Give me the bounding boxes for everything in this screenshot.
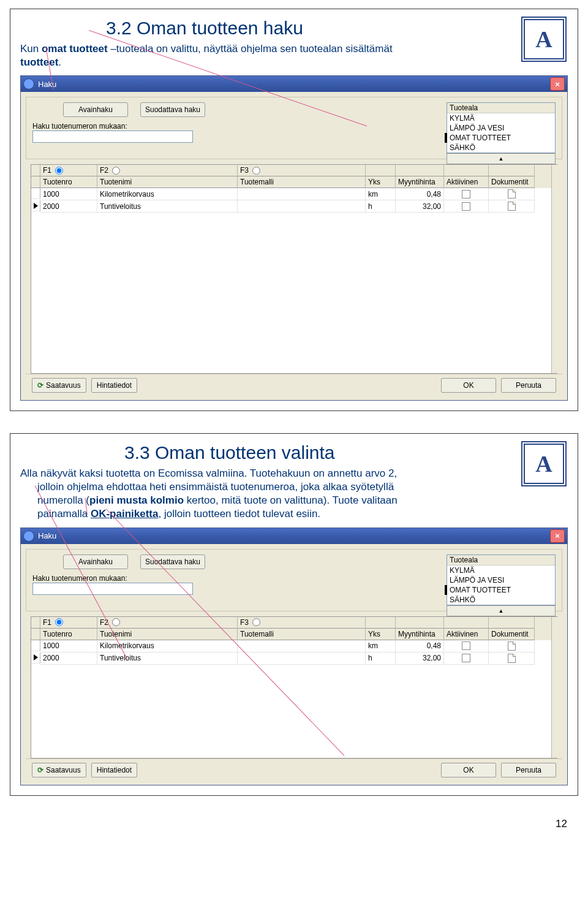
titlebar: Haku × bbox=[21, 76, 567, 92]
listbox-header: Tuoteala bbox=[447, 555, 555, 565]
app-icon bbox=[23, 531, 34, 542]
grid-header: Tuotenro Tuotenimi Tuotemalli Yks Myynti… bbox=[31, 629, 557, 640]
list-item[interactable]: LÄMPÖ JA VESI bbox=[447, 575, 555, 585]
col-tuotenimi[interactable]: Tuotenimi bbox=[97, 176, 238, 188]
document-icon[interactable] bbox=[508, 202, 516, 211]
grid-scrollbar[interactable] bbox=[551, 617, 562, 758]
col-tuotenro[interactable]: Tuotenro bbox=[40, 176, 97, 188]
f3-radio[interactable] bbox=[252, 167, 260, 175]
list-item[interactable]: SÄHKÖ bbox=[447, 143, 555, 153]
list-item[interactable]: KYLMÄ bbox=[447, 565, 555, 575]
table-row[interactable]: 2000 Tuntiveloitus h 32,00 bbox=[31, 200, 557, 213]
tuoteala-listbox[interactable]: Tuoteala KYLMÄ LÄMPÖ JA VESI OMAT TUOTTE… bbox=[447, 102, 556, 153]
col-tuotenimi[interactable]: Tuotenimi bbox=[97, 629, 238, 640]
logo-a: A bbox=[521, 441, 567, 486]
list-item[interactable]: KYLMÄ bbox=[447, 113, 555, 123]
col-yks[interactable]: Yks bbox=[366, 629, 396, 640]
table-row[interactable]: 1000 Kilometrikorvaus km 0,48 bbox=[31, 188, 557, 200]
suodattava-button[interactable]: Suodattava haku bbox=[140, 102, 205, 117]
table-row[interactable]: 1000 Kilometrikorvaus km 0,48 bbox=[31, 640, 557, 652]
slide1-intro: Kun omat tuotteet –tuoteala on valittu, … bbox=[20, 42, 424, 69]
slide1-title: 3.2 Oman tuotteen haku bbox=[106, 18, 568, 39]
checkbox[interactable] bbox=[462, 654, 470, 662]
search-input[interactable] bbox=[32, 130, 193, 143]
app-icon bbox=[23, 78, 34, 89]
col-yks[interactable]: Yks bbox=[366, 176, 396, 188]
slide-3-2: A 3.2 Oman tuotteen haku Kun omat tuotte… bbox=[10, 9, 578, 411]
window-title: Haku bbox=[38, 531, 56, 540]
scroll-up-icon[interactable]: ▲ bbox=[447, 153, 556, 164]
scroll-up-icon[interactable]: ▲ bbox=[447, 605, 556, 616]
list-item-selected[interactable]: OMAT TUOTTEET bbox=[445, 133, 555, 143]
product-grid: F1 F2 F3 Tuotenro Tuotenimi Tuotemalli Y… bbox=[31, 164, 557, 374]
checkbox[interactable] bbox=[462, 202, 470, 211]
bottom-bar: ⟳Saatavuus Hintatiedot OK Peruuta bbox=[26, 374, 562, 396]
suodattava-button[interactable]: Suodattava haku bbox=[140, 554, 205, 569]
search-panel: Avainhaku Suodattava haku Haku tuotenume… bbox=[26, 549, 562, 611]
checkbox[interactable] bbox=[462, 190, 470, 199]
ok-button[interactable]: OK bbox=[441, 763, 496, 777]
list-item[interactable]: LÄMPÖ JA VESI bbox=[447, 123, 555, 133]
slide-3-3: A 3.3 Oman tuotteen valinta Alla näkyvät… bbox=[10, 433, 578, 795]
list-item-selected[interactable]: OMAT TUOTTEET bbox=[445, 585, 555, 595]
search-input[interactable] bbox=[32, 583, 193, 595]
col-myyntihinta[interactable]: Myyntihinta bbox=[396, 629, 444, 640]
logo-a: A bbox=[521, 17, 567, 62]
hintatiedot-button[interactable]: Hintatiedot bbox=[91, 763, 137, 777]
titlebar: Haku × bbox=[21, 528, 567, 544]
product-grid: F1 F2 F3 Tuotenro Tuotenimi Tuotemalli Y… bbox=[31, 616, 557, 758]
f3-radio[interactable] bbox=[252, 618, 260, 626]
ok-button[interactable]: OK bbox=[441, 378, 496, 393]
search-panel: Avainhaku Suodattava haku Haku tuotenume… bbox=[26, 97, 562, 159]
col-aktiivinen[interactable]: Aktiivinen bbox=[444, 176, 489, 188]
saatavuus-button[interactable]: ⟳Saatavuus bbox=[32, 378, 86, 393]
search-label: Haku tuotenumeron mukaan: bbox=[32, 122, 438, 130]
haku-window-1: Haku × Avainhaku Suodattava haku Haku tu… bbox=[20, 75, 568, 401]
col-tuotenro[interactable]: Tuotenro bbox=[40, 629, 97, 640]
cancel-button[interactable]: Peruuta bbox=[501, 378, 556, 393]
col-dokumentit[interactable]: Dokumentit bbox=[489, 176, 535, 188]
bottom-bar: ⟳Saatavuus Hintatiedot OK Peruuta bbox=[26, 758, 562, 781]
row-pointer-icon bbox=[34, 203, 38, 209]
f1-radio[interactable] bbox=[55, 618, 63, 626]
close-icon[interactable]: × bbox=[550, 529, 565, 543]
col-tuotemalli[interactable]: Tuotemalli bbox=[238, 176, 366, 188]
grid-header: Tuotenro Tuotenimi Tuotemalli Yks Myynti… bbox=[31, 176, 557, 188]
slide2-intro: Alla näkyvät kaksi tuotetta on Ecomissa … bbox=[20, 467, 449, 521]
search-label: Haku tuotenumeron mukaan: bbox=[32, 574, 438, 583]
close-icon[interactable]: × bbox=[550, 77, 565, 91]
checkbox[interactable] bbox=[462, 641, 470, 650]
saatavuus-button[interactable]: ⟳Saatavuus bbox=[32, 763, 86, 777]
document-icon[interactable] bbox=[508, 641, 516, 651]
f2-radio[interactable] bbox=[112, 167, 120, 175]
col-tuotemalli[interactable]: Tuotemalli bbox=[238, 629, 366, 640]
col-myyntihinta[interactable]: Myyntihinta bbox=[396, 176, 444, 188]
document-icon[interactable] bbox=[508, 654, 516, 663]
grid-scrollbar[interactable] bbox=[551, 165, 562, 373]
grid-radio-row: F1 F2 F3 bbox=[31, 165, 557, 176]
col-dokumentit[interactable]: Dokumentit bbox=[489, 629, 535, 640]
cancel-button[interactable]: Peruuta bbox=[501, 763, 556, 777]
f2-radio[interactable] bbox=[112, 618, 120, 626]
row-pointer-icon bbox=[34, 654, 38, 660]
avainhaku-button[interactable]: Avainhaku bbox=[63, 102, 128, 117]
table-row[interactable]: 2000 Tuntiveloitus h 32,00 bbox=[31, 652, 557, 665]
col-aktiivinen[interactable]: Aktiivinen bbox=[444, 629, 489, 640]
page-number: 12 bbox=[10, 818, 567, 830]
f1-radio[interactable] bbox=[55, 167, 63, 175]
listbox-header: Tuoteala bbox=[447, 103, 555, 113]
slide2-title: 3.3 Oman tuotteen valinta bbox=[124, 442, 568, 463]
hintatiedot-button[interactable]: Hintatiedot bbox=[91, 378, 137, 393]
window-title: Haku bbox=[38, 80, 56, 89]
document-icon[interactable] bbox=[508, 189, 516, 199]
haku-window-2: Haku × Avainhaku Suodattava haku Haku tu… bbox=[20, 528, 568, 785]
tuoteala-listbox[interactable]: Tuoteala KYLMÄ LÄMPÖ JA VESI OMAT TUOTTE… bbox=[447, 554, 556, 605]
list-item[interactable]: SÄHKÖ bbox=[447, 595, 555, 605]
